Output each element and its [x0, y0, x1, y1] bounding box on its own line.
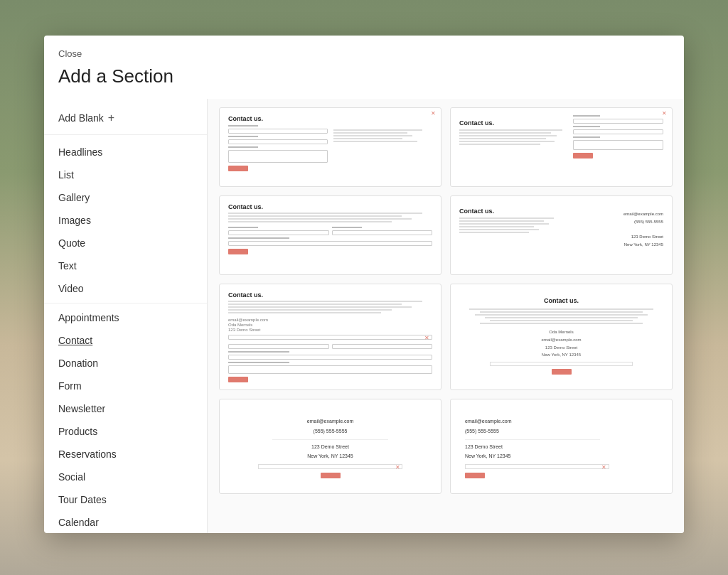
sidebar-item-reservations[interactable]: Reservations: [44, 443, 207, 466]
sidebar-item-appointments[interactable]: Appointments: [44, 306, 207, 329]
close-x-icon: ✕: [431, 111, 437, 117]
sidebar-item-headlines[interactable]: Headlines: [44, 141, 207, 163]
sidebar-item-newsletter[interactable]: Newsletter: [44, 397, 207, 420]
template-card-8[interactable]: email@example.com (555) 555-5555 123 Dem…: [450, 399, 673, 494]
add-blank-label: Add Blank: [58, 112, 104, 124]
template-card-1-inner: ✕ Contact us.: [220, 108, 441, 186]
sidebar-item-quote[interactable]: Quote: [44, 232, 207, 254]
sidebar-item-tour-dates[interactable]: Tour Dates: [44, 488, 207, 511]
template-card-2-inner: Contact us.: [451, 108, 672, 186]
sidebar-item-form[interactable]: Form: [44, 375, 207, 397]
add-section-modal: Close Add a Section Add Blank + Headline…: [44, 36, 684, 533]
sidebar-item-text[interactable]: Text: [44, 254, 207, 277]
sidebar-item-gallery[interactable]: Gallery: [44, 186, 207, 209]
template-card-2[interactable]: Contact us.: [450, 107, 673, 187]
sidebar-nav-group: Headlines List Gallery Images Quote Text…: [44, 138, 207, 533]
sidebar-divider-2: [44, 303, 207, 303]
templates-content-area: ✕ Contact us.: [208, 99, 684, 533]
sidebar-item-list[interactable]: List: [44, 163, 207, 186]
sidebar-item-donation[interactable]: Donation: [44, 352, 207, 375]
sidebar-divider: [44, 134, 207, 135]
template-card-4[interactable]: Contact us. e: [450, 195, 673, 275]
sidebar-item-calendar[interactable]: Calendar: [44, 511, 207, 533]
sidebar-item-images[interactable]: Images: [44, 209, 207, 232]
modal-overlay: Close Add a Section Add Blank + Headline…: [0, 0, 728, 575]
add-blank-button[interactable]: Add Blank +: [44, 104, 207, 131]
templates-grid: ✕ Contact us.: [219, 107, 673, 494]
add-blank-plus-icon: +: [108, 112, 114, 124]
template-card-6[interactable]: Contact us. Oda Mernels emai: [450, 284, 673, 390]
sidebar-item-products[interactable]: Products: [44, 420, 207, 443]
modal-title: Add a Section: [58, 65, 670, 87]
sidebar-item-social[interactable]: Social: [44, 466, 207, 488]
sidebar: Add Blank + Headlines List Gallery Image…: [44, 99, 208, 533]
template-card-3[interactable]: Contact us.: [219, 195, 441, 275]
modal-header: Close Add a Section: [44, 36, 684, 99]
template-card-7[interactable]: email@example.com (555) 555-5555 123 Dem…: [219, 399, 441, 494]
sidebar-item-contact[interactable]: Contact: [44, 329, 207, 352]
sidebar-item-video[interactable]: Video: [44, 277, 207, 300]
template-card-5[interactable]: Contact us. email@example.com Oda Mernel…: [219, 284, 441, 390]
modal-body: Add Blank + Headlines List Gallery Image…: [44, 99, 684, 533]
template-card-1[interactable]: ✕ Contact us.: [219, 107, 441, 187]
close-button[interactable]: Close: [58, 48, 82, 59]
